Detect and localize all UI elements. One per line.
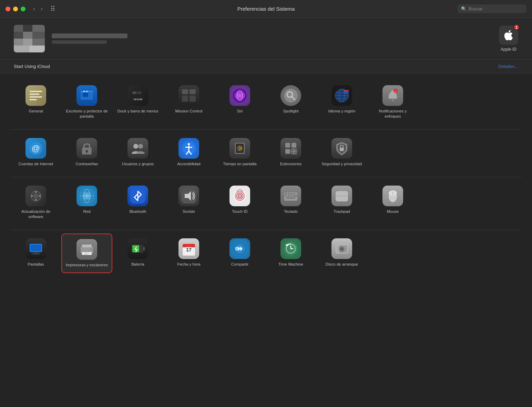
minimize-button[interactable] [13, 7, 18, 11]
svg-rect-8 [83, 93, 88, 97]
svg-rect-85 [285, 195, 287, 197]
pref-icon-compartir [229, 238, 250, 259]
pref-icon-disco [331, 238, 352, 259]
pref-item-bluetooth[interactable]: Bluetooth [112, 181, 163, 224]
usuarios-icon-svg [130, 141, 145, 156]
cuentas-icon-svg: @ [28, 141, 43, 156]
pref-item-compartir[interactable]: Compartir [214, 234, 265, 273]
icloud-details-button[interactable]: Detalles... [498, 64, 518, 69]
svg-rect-117 [236, 247, 239, 250]
svg-rect-96 [30, 245, 41, 251]
pref-icon-idioma [331, 85, 352, 106]
pref-item-touchid[interactable]: Touch ID [214, 181, 265, 224]
avatar [14, 25, 45, 52]
forward-button[interactable]: › [39, 4, 45, 14]
pref-item-sonido[interactable]: Sonido [163, 181, 214, 224]
apple-logo-icon [502, 29, 515, 41]
pref-icon-seguridad [331, 138, 352, 159]
pref-item-general[interactable]: General [10, 80, 61, 124]
pref-label-extensiones: Extensiones [280, 161, 302, 167]
notif-icon-svg: ! [385, 88, 400, 103]
svg-rect-83 [290, 193, 293, 195]
pref-icon-sonido [178, 186, 199, 206]
pref-icon-impresoras [76, 239, 97, 260]
pref-item-siri[interactable]: Siri [214, 80, 265, 124]
pref-item-bateria[interactable]: Batería [112, 234, 163, 273]
svg-rect-106 [143, 247, 145, 250]
pref-icon-bluetooth [127, 186, 148, 206]
dock-icon-svg [130, 88, 145, 103]
svg-point-43 [133, 144, 138, 149]
pref-item-disco[interactable]: Disco de arranque [316, 234, 367, 273]
pref-label-mouse: Mouse [387, 209, 399, 214]
pref-item-pantallas[interactable]: Pantallas [10, 234, 61, 273]
svg-rect-103 [84, 254, 88, 255]
pref-item-mission[interactable]: Mission Control [163, 80, 214, 124]
search-input[interactable] [469, 6, 520, 11]
pref-item-dock[interactable]: Dock y barra de menús [112, 80, 163, 124]
pref-icon-bateria [127, 238, 148, 259]
pref-item-contrasenas[interactable]: Contraseñas [61, 133, 112, 171]
pref-icon-pantallas [25, 238, 46, 259]
pantallas-icon-svg [28, 241, 43, 256]
pref-item-usuarios[interactable]: Usuarios y grupos [112, 133, 163, 171]
seguridad-icon-svg [334, 141, 349, 156]
pref-item-cuentas[interactable]: @ Cuentas de Internet [10, 133, 61, 171]
svg-rect-89 [286, 197, 295, 199]
pref-label-accesibilidad: Accesibilidad [177, 161, 200, 167]
profile-section: 1 Apple ID [0, 18, 532, 60]
pref-item-idioma[interactable]: Idioma y región [316, 80, 367, 124]
pref-item-notificaciones[interactable]: ! Notificaciones y enfoques [367, 80, 418, 124]
sonido-icon-svg [181, 188, 196, 204]
pref-label-compartir: Compartir [231, 262, 248, 267]
svg-point-65 [33, 193, 39, 199]
pref-item-escritorio[interactable]: Escritorio y protector de pantalla [61, 80, 112, 124]
pref-item-teclado[interactable]: Teclado [265, 181, 316, 224]
contrasenas-icon-svg [79, 141, 94, 156]
pref-item-trackpad[interactable]: Trackpad [316, 181, 367, 224]
extensiones-icon-svg [283, 141, 298, 156]
red-icon-svg [79, 188, 94, 204]
close-button[interactable] [6, 7, 10, 11]
mission-icon-svg [181, 88, 196, 103]
mouse-icon-svg [385, 188, 400, 204]
pref-item-impresoras[interactable]: Impresoras y escáneres [61, 234, 112, 273]
svg-rect-16 [182, 89, 188, 94]
svg-point-35 [392, 99, 394, 101]
trackpad-icon-svg [334, 188, 349, 204]
pref-item-red[interactable]: Red [61, 181, 112, 224]
svg-point-6 [83, 91, 85, 92]
pref-icon-usuarios [127, 138, 148, 159]
pref-icon-notif: ! [382, 85, 403, 106]
pref-label-bluetooth: Bluetooth [130, 209, 146, 214]
svg-point-41 [86, 150, 88, 152]
pref-icon-cuentas: @ [25, 138, 46, 159]
pref-label-disco: Disco de arranque [326, 262, 358, 267]
pref-item-seguridad[interactable]: Seguridad y privacidad [316, 133, 367, 171]
pref-item-accesibilidad[interactable]: Accesibilidad [163, 133, 214, 171]
apple-id-icon[interactable]: 1 [499, 26, 518, 45]
svg-rect-86 [288, 195, 290, 197]
pref-item-extensiones[interactable]: Extensiones [265, 133, 316, 171]
apple-id-section[interactable]: 1 Apple ID [499, 26, 518, 52]
nav-buttons: ‹ › [31, 4, 45, 14]
svg-rect-14 [137, 99, 139, 100]
back-button[interactable]: ‹ [31, 4, 37, 14]
pref-label-siri: Siri [237, 109, 243, 114]
svg-rect-19 [190, 96, 196, 102]
pref-item-time-machine[interactable]: Time Machine [265, 234, 316, 273]
pref-item-mouse[interactable]: Mouse [367, 181, 418, 224]
pref-item-actualizacion[interactable]: Actualización de software [10, 181, 61, 224]
pref-item-tiempo[interactable]: Tiempo en pantalla [214, 133, 265, 171]
pref-icon-accesibilidad [178, 138, 199, 159]
impresoras-icon-svg [79, 242, 94, 257]
svg-rect-56 [285, 143, 290, 148]
pref-icon-spotlight [280, 85, 301, 106]
pref-item-fecha[interactable]: 17 MAY Fecha y hora [163, 234, 214, 273]
pref-item-spotlight[interactable]: Spotlight [265, 80, 316, 124]
fullscreen-button[interactable] [21, 7, 25, 11]
general-icon-svg [28, 88, 43, 103]
icloud-text: Start Using iCloud [14, 64, 50, 69]
svg-rect-125 [336, 245, 339, 253]
grid-view-button[interactable]: ⠿ [48, 3, 58, 14]
